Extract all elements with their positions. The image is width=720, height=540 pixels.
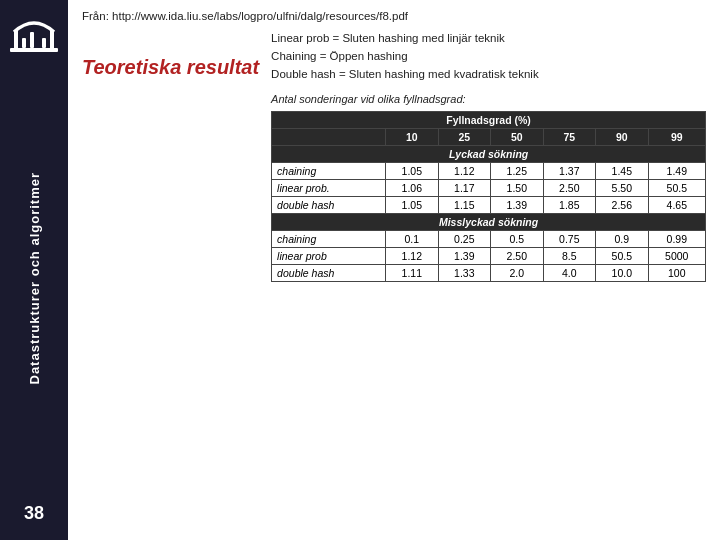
cell: 50.5: [596, 248, 649, 265]
cell: 5000: [648, 248, 705, 265]
lyckad-linear-row: linear prob. 1.06 1.17 1.50 2.50 5.50 50…: [272, 180, 706, 197]
cell: 1.39: [438, 248, 491, 265]
data-table: Fyllnadsgrad (%) 10 25 50 75 90 99 Lycka…: [271, 111, 706, 282]
right-section: Linear prob = Sluten hashing med linjär …: [271, 30, 706, 530]
lyckad-header-row: Lyckad sökning: [272, 146, 706, 163]
cell: 2.0: [491, 265, 544, 282]
cell: 1.49: [648, 163, 705, 180]
svg-rect-5: [42, 38, 46, 48]
sidebar-label: Datastrukturer och algoritmer: [27, 172, 42, 385]
row-label-mis-linear: linear prob: [272, 248, 386, 265]
col-99: 99: [648, 129, 705, 146]
cell: 0.5: [491, 231, 544, 248]
misslyckad-doublehash-row: double hash 1.11 1.33 2.0 4.0 10.0 100: [272, 265, 706, 282]
cell: 1.15: [438, 197, 491, 214]
cell: 1.05: [386, 197, 439, 214]
svg-rect-3: [30, 32, 34, 48]
misslyckad-header-row: Misslyckad sökning: [272, 214, 706, 231]
description-text: Linear prob = Sluten hashing med linjär …: [271, 30, 706, 83]
cell: 0.9: [596, 231, 649, 248]
cell: 0.75: [543, 231, 596, 248]
svg-rect-1: [14, 30, 18, 50]
cell: 1.12: [386, 248, 439, 265]
cell: 1.11: [386, 265, 439, 282]
cell: 1.37: [543, 163, 596, 180]
misslyckad-chaining-row: chaining 0.1 0.25 0.5 0.75 0.9 0.99: [272, 231, 706, 248]
cell: 2.50: [543, 180, 596, 197]
sidebar: Datastrukturer och algoritmer 38: [0, 0, 68, 540]
desc-line1: Linear prob = Sluten hashing med linjär …: [271, 30, 706, 48]
cell: 5.50: [596, 180, 649, 197]
misslyckad-linear-row: linear prob 1.12 1.39 2.50 8.5 50.5 5000: [272, 248, 706, 265]
main-content: Från: http://www.ida.liu.se/labs/logpro/…: [68, 0, 720, 540]
fyllnadsgrad-header: Fyllnadsgrad (%): [272, 112, 706, 129]
cell: 10.0: [596, 265, 649, 282]
misslyckad-header: Misslyckad sökning: [272, 214, 706, 231]
cell: 1.05: [386, 163, 439, 180]
cell: 2.56: [596, 197, 649, 214]
row-label-mis-doublehash: double hash: [272, 265, 386, 282]
left-section: Teoretiska resultat: [82, 30, 259, 530]
logo-icon: [8, 10, 60, 62]
cell: 0.99: [648, 231, 705, 248]
col-10: 10: [386, 129, 439, 146]
col-75: 75: [543, 129, 596, 146]
row-label-chaining: chaining: [272, 163, 386, 180]
col-empty: [272, 129, 386, 146]
col-25: 25: [438, 129, 491, 146]
row-label-doublehash: double hash: [272, 197, 386, 214]
cell: 1.06: [386, 180, 439, 197]
cell: 1.33: [438, 265, 491, 282]
svg-rect-2: [50, 30, 54, 50]
row-label-mis-chaining: chaining: [272, 231, 386, 248]
cell: 1.25: [491, 163, 544, 180]
cell: 50.5: [648, 180, 705, 197]
slide-number: 38: [24, 503, 44, 524]
desc-line3: Double hash = Sluten hashing med kvadrat…: [271, 66, 706, 84]
cell: 0.25: [438, 231, 491, 248]
cell: 4.65: [648, 197, 705, 214]
cell: 100: [648, 265, 705, 282]
antal-text: Antal sonderingar vid olika fyllnadsgrad…: [271, 93, 706, 105]
cell: 4.0: [543, 265, 596, 282]
cell: 1.39: [491, 197, 544, 214]
desc-line2: Chaining = Öppen hashing: [271, 48, 706, 66]
cell: 1.85: [543, 197, 596, 214]
col-header-row: 10 25 50 75 90 99: [272, 129, 706, 146]
cell: 1.50: [491, 180, 544, 197]
col-90: 90: [596, 129, 649, 146]
source-url: Från: http://www.ida.liu.se/labs/logpro/…: [82, 10, 706, 22]
cell: 1.45: [596, 163, 649, 180]
cell: 8.5: [543, 248, 596, 265]
cell: 1.12: [438, 163, 491, 180]
fyllnadsgrad-header-row: Fyllnadsgrad (%): [272, 112, 706, 129]
lyckad-chaining-row: chaining 1.05 1.12 1.25 1.37 1.45 1.49: [272, 163, 706, 180]
lyckad-header: Lyckad sökning: [272, 146, 706, 163]
cell: 2.50: [491, 248, 544, 265]
col-50: 50: [491, 129, 544, 146]
cell: 0.1: [386, 231, 439, 248]
section-title: Teoretiska resultat: [82, 54, 259, 80]
svg-rect-4: [22, 38, 26, 48]
content-area: Teoretiska resultat Linear prob = Sluten…: [82, 30, 706, 530]
lyckad-doublehash-row: double hash 1.05 1.15 1.39 1.85 2.56 4.6…: [272, 197, 706, 214]
cell: 1.17: [438, 180, 491, 197]
row-label-linear: linear prob.: [272, 180, 386, 197]
